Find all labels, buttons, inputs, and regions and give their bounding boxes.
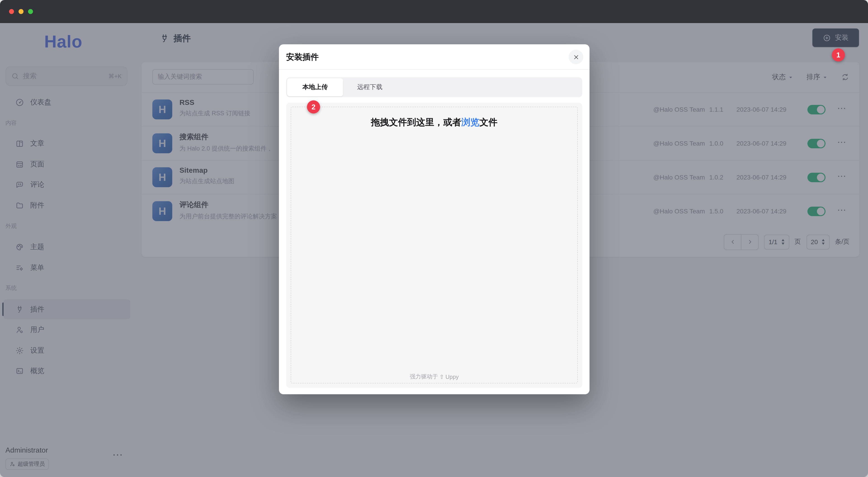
close-window-button[interactable] xyxy=(9,9,14,14)
uppy-icon: ⇧ xyxy=(439,374,444,380)
tab-local-upload[interactable]: 本地上传 xyxy=(287,78,343,96)
uppy-brand-label[interactable]: Uppy xyxy=(445,374,459,380)
drop-hint-prefix: 拖拽文件到这里，或者 xyxy=(371,117,461,127)
upload-tabs: 本地上传 远程下载 xyxy=(286,77,582,97)
modal-body: 本地上传 远程下载 拖拽文件到这里，或者浏览文件 强力驱动于 ⇧Uppy xyxy=(286,77,582,388)
uppy-dashboard: 拖拽文件到这里，或者浏览文件 强力驱动于 ⇧Uppy xyxy=(286,102,582,388)
app-window: Halo 搜索 ⌘+K 仪表盘 内容 文章 页面 xyxy=(0,0,868,477)
modal-title: 安装插件 xyxy=(286,51,319,62)
annotation-step-2-badge: 2 xyxy=(307,100,320,114)
drop-hint-suffix: 文件 xyxy=(479,117,498,127)
modal-close-button[interactable] xyxy=(569,50,583,64)
file-drop-zone[interactable] xyxy=(291,107,578,383)
close-icon xyxy=(572,54,579,60)
powered-by-uppy: 强力驱动于 ⇧Uppy xyxy=(286,373,582,381)
window-titlebar xyxy=(0,0,868,23)
powered-by-label: 强力驱动于 xyxy=(410,373,438,381)
drop-hint-text: 拖拽文件到这里，或者浏览文件 xyxy=(286,116,582,128)
zoom-window-button[interactable] xyxy=(28,9,33,14)
annotation-step-1-badge: 1 xyxy=(832,49,845,61)
tab-remote-download[interactable]: 远程下载 xyxy=(357,77,382,97)
modal-header: 安装插件 xyxy=(279,44,590,70)
install-plugin-modal: 安装插件 本地上传 远程下载 拖拽文件到这里，或者浏览文件 强力驱动于 ⇧Upp… xyxy=(279,44,590,394)
browse-files-link[interactable]: 浏览 xyxy=(461,117,479,127)
minimize-window-button[interactable] xyxy=(19,9,24,14)
